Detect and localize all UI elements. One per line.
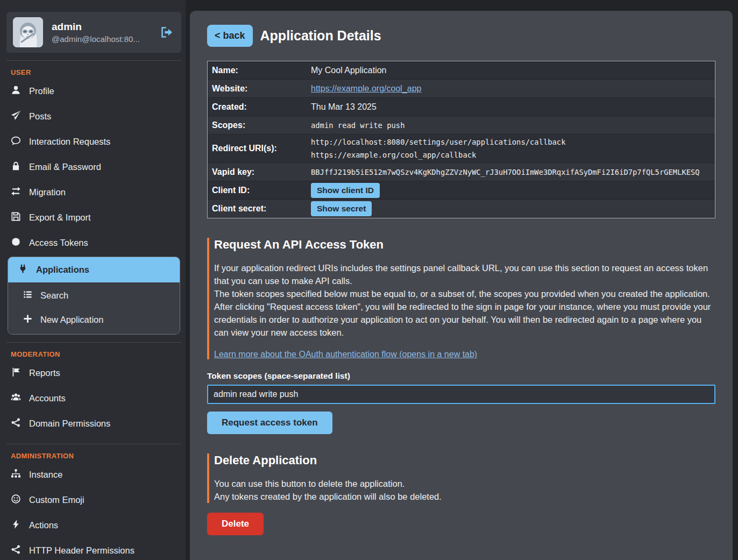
token-scopes-label: Token scopes (space-separated list) [207,371,715,381]
vapid-key-value: BBJffJ219b5iE512m7wQSzv4KgKDhgZZVzNyWC_r… [311,168,700,176]
table-row-scopes: Scopes: admin read write push [208,116,715,134]
sign-out-icon[interactable] [160,25,174,39]
page-header: < back Application Details [207,25,715,47]
user-icon [11,85,21,97]
scopes-value: admin read write push [311,121,405,130]
sidebar-item-label: Domain Permissions [29,419,110,429]
table-row-website: Website: https://example.org/cool_app [208,80,715,98]
share-nodes-icon [11,544,21,557]
redirect-uris-value: http://localhost:8080/settings/user/appl… [311,136,565,161]
sidebar-item-label: Accounts [29,393,66,403]
show-client-id-button[interactable]: Show client ID [311,183,380,198]
table-row-client-id: Client ID: Show client ID [208,181,715,200]
sidebar-item-access-tokens[interactable]: Access Tokens [0,230,186,256]
sidebar-item-interaction-requests[interactable]: Interaction Requests [0,129,186,154]
sidebar-item-label: Access Tokens [29,238,88,248]
lock-icon [11,161,21,173]
sidebar-item-label: Applications [36,265,89,275]
request-token-section: Request An API Access Token If your appl… [207,238,715,359]
sitemap-icon [11,469,21,481]
sidebar-section-administration: ADMINISTRATION [11,452,186,460]
table-row-name: Name: My Cool Application [208,61,715,80]
share-nodes-icon [11,417,21,430]
sidebar-item-label: Profile [29,86,54,96]
comment-icon [11,136,21,148]
redirect-uri-1: http://localhost:8080/settings/user/appl… [311,136,565,148]
list-icon [23,289,33,302]
paper-plane-icon [11,110,21,123]
sidebar-item-label: Export & Import [29,212,91,223]
sidebar-item-custom-emoji[interactable]: Custom Emoji [0,487,186,513]
back-button[interactable]: < back [207,25,253,47]
table-row-client-secret: Client secret: Show secret [208,200,715,218]
page-title: Application Details [260,28,381,44]
oauth-docs-link[interactable]: Learn more about the OAuth authenticatio… [214,350,477,359]
request-token-p2: The token scopes specified below must be… [214,287,715,300]
sidebar-item-applications[interactable]: Applications [8,257,180,282]
user-card[interactable]: admin @admin@localhost:80... [6,12,181,53]
plug-icon [18,264,28,276]
sidebar-item-email-password[interactable]: Email & Password [0,154,186,180]
sidebar-item-posts[interactable]: Posts [0,104,186,129]
sidebar-item-label: Interaction Requests [29,137,110,147]
plus-icon [23,314,33,326]
application-name-value: My Cool Application [311,66,387,75]
sidebar-divider [6,60,181,61]
sidebar-item-label: Instance [29,470,62,480]
username: admin [52,21,140,33]
table-row-redirect-uris: Redirect URI(s): http://localhost:8080/s… [208,134,715,163]
sidebar-item-actions[interactable]: Actions [0,513,186,538]
save-icon [11,211,21,224]
request-token-p3: After clicking "Request access token", y… [214,300,715,339]
sidebar-item-profile[interactable]: Profile [0,79,186,104]
delete-p2: Any tokens created by the application wi… [214,490,715,503]
request-token-title: Request An API Access Token [214,238,715,252]
sidebar-item-instance[interactable]: Instance [0,462,186,487]
sidebar-item-domain-permissions[interactable]: Domain Permissions [0,411,186,436]
table-row-vapid-key: Vapid key: BBJffJ219b5iE512m7wQSzv4KgKDh… [208,163,715,181]
row-label: Website: [208,84,311,94]
sidebar-item-accounts[interactable]: Accounts [0,386,186,411]
user-info: admin @admin@localhost:80... [52,21,140,44]
row-label: Created: [208,102,311,112]
migration-arrows-icon [11,186,21,199]
request-token-description: If your application redirect URIs includ… [214,261,715,339]
sidebar-item-label: New Application [40,315,103,325]
delete-button[interactable]: Delete [207,513,264,535]
token-scopes-form: Token scopes (space-separated list) Requ… [207,371,715,434]
row-label: Name: [208,66,311,75]
certificate-icon [11,237,21,249]
row-label: Client ID: [208,186,311,195]
website-link[interactable]: https://example.org/cool_app [311,84,421,94]
sidebar-item-label: Migration [29,187,66,197]
row-label: Redirect URI(s): [208,144,311,153]
show-secret-button[interactable]: Show secret [311,201,372,216]
main-panel: < back Application Details Name: My Cool… [190,11,733,560]
row-label: Client secret: [208,204,311,214]
sidebar-item-applications-new[interactable]: New Application [8,308,180,332]
smiley-icon [11,494,21,506]
sidebar-divider [6,342,181,343]
table-row-created: Created: Thu Mar 13 2025 [208,98,715,116]
sidebar-item-applications-search[interactable]: Search [8,283,180,308]
applications-submenu: Search New Application [8,282,180,334]
request-access-token-button[interactable]: Request access token [207,412,332,434]
sidebar: admin @admin@localhost:80... USER Profil… [0,0,186,560]
sidebar-item-label: Email & Password [29,162,101,172]
sidebar-item-label: Posts [29,111,51,122]
sidebar-section-moderation: MODERATION [11,350,186,358]
sidebar-item-label: HTTP Header Permissions [29,545,134,556]
token-scopes-input[interactable] [207,385,715,404]
bolt-icon [11,519,21,531]
flag-icon [11,367,21,379]
user-handle: @admin@localhost:80... [52,34,140,44]
delete-application-description: You can use this button to delete the ap… [214,477,715,503]
sidebar-item-label: Custom Emoji [29,495,84,505]
delete-application-title: Delete Application [214,453,715,467]
sidebar-item-http-header-permissions[interactable]: HTTP Header Permissions [0,538,186,560]
sidebar-item-reports[interactable]: Reports [0,360,186,386]
sidebar-divider [6,444,181,444]
request-token-p1: If your application redirect URIs includ… [214,261,715,287]
sidebar-item-migration[interactable]: Migration [0,180,186,205]
sidebar-item-export-import[interactable]: Export & Import [0,205,186,230]
